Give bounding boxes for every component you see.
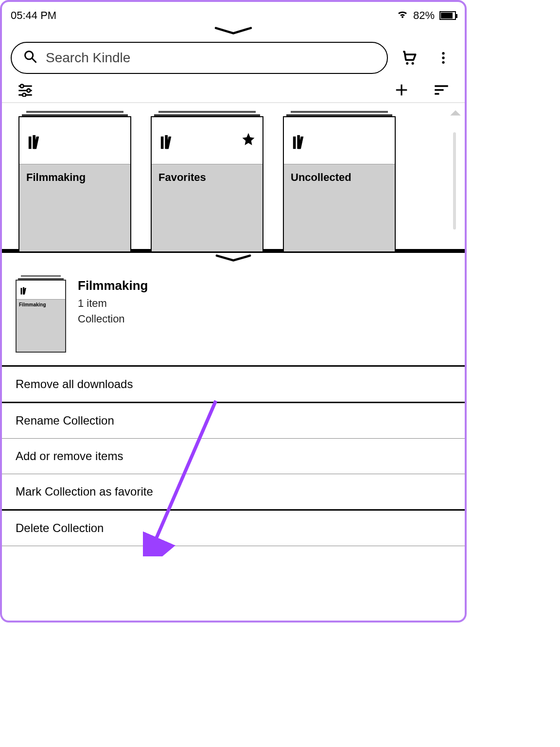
scrollbar[interactable] [453,132,456,230]
search-placeholder: Search Kindle [46,50,130,66]
menu-remove-downloads[interactable]: Remove all downloads [2,367,465,403]
thumbnail-label: Filmmaking [17,299,65,352]
menu-mark-favorite[interactable]: Mark Collection as favorite [2,474,465,511]
svg-point-12 [22,93,26,97]
add-button[interactable] [389,77,414,103]
scroll-up-arrow[interactable] [449,108,462,119]
search-input[interactable]: Search Kindle [11,42,388,74]
collection-label: Uncollected [284,164,395,251]
collection-label: Favorites [152,164,262,251]
collection-uncollected[interactable]: Uncollected [283,111,396,252]
svg-rect-18 [29,137,32,149]
svg-line-1 [32,58,36,62]
collection-favorites[interactable]: Favorites [151,111,263,252]
svg-point-10 [27,89,30,92]
svg-point-2 [406,62,408,65]
collection-thumbnail: Filmmaking [16,275,66,353]
collection-icon [26,134,45,152]
battery-icon [439,11,456,20]
collection-detail-header: Filmmaking Filmmaking 1 item Collection [2,266,465,365]
svg-point-8 [20,85,24,88]
collections-grid: Filmmaking Favorites [2,103,465,249]
menu-delete-collection[interactable]: Delete Collection [2,511,465,546]
notification-pull-handle[interactable] [2,25,465,38]
sheet-pull-handle[interactable] [2,253,465,266]
cart-button[interactable] [397,45,422,71]
collection-icon [158,134,177,152]
search-icon [23,50,37,67]
svg-rect-24 [293,137,296,149]
detail-title: Filmmaking [78,278,148,293]
detail-item-count: 1 item [78,297,148,310]
svg-point-4 [442,52,444,54]
filter-button[interactable] [13,77,38,103]
collection-label: Filmmaking [19,164,130,251]
menu-rename-collection[interactable]: Rename Collection [2,403,465,439]
wifi-icon [397,9,408,22]
collection-filmmaking[interactable]: Filmmaking [18,111,131,252]
svg-rect-21 [161,137,164,149]
svg-point-3 [412,62,414,65]
status-bar: 05:44 PM 82% [2,2,465,25]
menu-add-remove-items[interactable]: Add or remove items [2,439,465,474]
clock: 05:44 PM [11,9,56,22]
star-icon [241,132,256,148]
collection-icon [19,286,29,297]
svg-point-6 [442,61,444,64]
detail-type: Collection [78,313,148,325]
battery-percent: 82% [413,9,435,22]
collection-icon [291,134,309,152]
sort-button[interactable] [429,77,454,103]
more-menu-button[interactable] [431,45,456,71]
svg-point-5 [442,56,444,59]
svg-rect-27 [21,288,22,295]
